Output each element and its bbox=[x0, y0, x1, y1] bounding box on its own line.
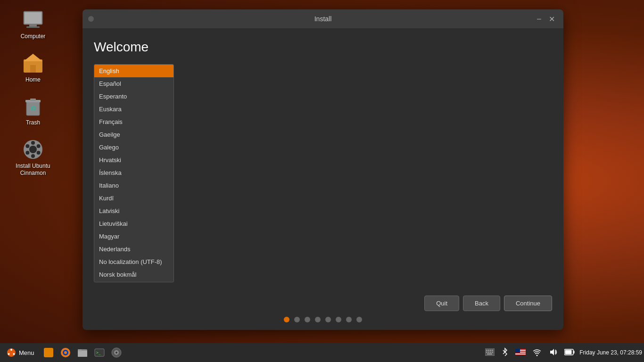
taskbar-disk-icon[interactable] bbox=[109, 345, 124, 360]
svg-rect-39 bbox=[492, 350, 493, 351]
quit-button[interactable]: Quit bbox=[424, 296, 459, 311]
us-flag-icon bbox=[515, 349, 526, 355]
files-icon bbox=[77, 347, 88, 358]
language-item-english[interactable]: English bbox=[94, 65, 173, 77]
taskbar-orange-icon[interactable] bbox=[41, 345, 56, 360]
language-item-italiano[interactable]: Italiano bbox=[94, 179, 173, 192]
home-label: Home bbox=[25, 76, 41, 84]
language-item-gaeilge[interactable]: Gaeilge bbox=[94, 128, 173, 141]
orange-square-icon bbox=[43, 347, 54, 358]
language-item-nederlands[interactable]: Nederlands bbox=[94, 243, 173, 255]
keyboard-icon bbox=[485, 348, 495, 356]
progress-dot-1 bbox=[294, 317, 300, 322]
language-flag-icon[interactable] bbox=[513, 348, 528, 358]
install-ubuntu-icon[interactable]: Install UbuntuCinnamon bbox=[7, 134, 59, 181]
svg-point-21 bbox=[13, 353, 15, 355]
svg-rect-52 bbox=[515, 354, 526, 355]
volume-icon[interactable] bbox=[546, 346, 560, 359]
window-dot bbox=[88, 16, 94, 22]
language-item-norsk_bokmal[interactable]: Norsk bokmål bbox=[94, 268, 173, 281]
computer-label: Computer bbox=[21, 33, 46, 41]
language-item-espanol[interactable]: Español bbox=[94, 77, 173, 90]
language-item-latviski[interactable]: Latviski bbox=[94, 205, 173, 217]
close-button[interactable]: ✕ bbox=[546, 14, 558, 25]
svg-rect-29 bbox=[78, 349, 82, 351]
content-area: EnglishEspañolEsperantoEuskaraFrançaisGa… bbox=[94, 64, 552, 282]
svg-rect-43 bbox=[492, 352, 493, 353]
language-item-magyar[interactable]: Magyar bbox=[94, 230, 173, 243]
progress-dot-0 bbox=[284, 317, 289, 322]
language-item-galego[interactable]: Galego bbox=[94, 141, 173, 154]
svg-rect-1 bbox=[25, 12, 41, 24]
home-icon-image bbox=[22, 52, 44, 74]
svg-rect-42 bbox=[490, 352, 491, 353]
svg-rect-53 bbox=[515, 349, 520, 353]
svg-point-54 bbox=[537, 354, 538, 356]
svg-rect-40 bbox=[486, 352, 487, 353]
disk-icon bbox=[111, 347, 122, 358]
svg-point-16 bbox=[31, 154, 35, 158]
svg-marker-5 bbox=[24, 54, 42, 61]
svg-text:♻: ♻ bbox=[30, 105, 36, 112]
progress-dot-6 bbox=[346, 317, 352, 322]
language-item-lietuviski[interactable]: Lietuviškai bbox=[94, 217, 173, 230]
language-item-islenska[interactable]: Íslenska bbox=[94, 166, 173, 179]
svg-rect-28 bbox=[78, 351, 87, 357]
taskbar-terminal-icon[interactable]: >_ bbox=[92, 345, 107, 360]
taskbar-right: Friday June 23, 07:28:59 bbox=[483, 346, 642, 359]
svg-rect-3 bbox=[26, 26, 40, 28]
language-item-francais[interactable]: Français bbox=[94, 115, 173, 128]
home-icon[interactable]: Home bbox=[7, 48, 59, 88]
taskbar: Menu >_ bbox=[0, 343, 644, 362]
language-item-euskara[interactable]: Euskara bbox=[94, 103, 173, 115]
datetime-display[interactable]: Friday June 23, 07:28:59 bbox=[579, 349, 642, 356]
window-content: Welcome EnglishEspañolEsperantoEuskaraFr… bbox=[83, 28, 563, 290]
language-item-esperanto[interactable]: Esperanto bbox=[94, 90, 173, 103]
svg-point-15 bbox=[37, 151, 41, 155]
computer-icon[interactable]: Computer bbox=[7, 5, 59, 44]
language-item-no_localization[interactable]: No localization (UTF-8) bbox=[94, 255, 173, 268]
battery-icon[interactable] bbox=[562, 348, 577, 358]
bluetooth-icon[interactable] bbox=[499, 346, 511, 359]
keyboard-layout-icon[interactable] bbox=[483, 347, 496, 358]
language-item-kurdi[interactable]: Kurdî bbox=[94, 192, 173, 205]
svg-rect-23 bbox=[44, 348, 53, 357]
svg-rect-44 bbox=[487, 354, 492, 354]
language-item-hrvatski[interactable]: Hrvatski bbox=[94, 154, 173, 166]
window-bottom: Quit Back Continue bbox=[83, 290, 563, 330]
window-controls bbox=[88, 16, 94, 22]
window-action-buttons: – ✕ bbox=[534, 14, 558, 25]
continue-button[interactable]: Continue bbox=[504, 296, 552, 311]
menu-button[interactable]: Menu bbox=[2, 346, 39, 359]
network-icon[interactable] bbox=[530, 346, 544, 359]
svg-point-18 bbox=[25, 144, 29, 148]
trash-icon[interactable]: ♻ Trash bbox=[7, 91, 59, 131]
trash-icon-image: ♻ bbox=[22, 95, 44, 117]
svg-rect-57 bbox=[574, 351, 575, 354]
progress-dot-2 bbox=[305, 317, 310, 322]
progress-dot-7 bbox=[356, 317, 362, 322]
svg-point-34 bbox=[116, 352, 117, 354]
svg-point-12 bbox=[29, 146, 37, 153]
battery-symbol-icon bbox=[564, 349, 575, 355]
taskbar-files-icon[interactable] bbox=[75, 345, 90, 360]
action-buttons: Quit Back Continue bbox=[94, 296, 552, 311]
svg-point-17 bbox=[25, 151, 29, 155]
svg-rect-41 bbox=[488, 352, 489, 353]
svg-point-20 bbox=[10, 349, 12, 351]
window-title: Install bbox=[314, 15, 332, 23]
svg-marker-55 bbox=[550, 349, 554, 355]
page-title: Welcome bbox=[94, 40, 552, 55]
svg-rect-9 bbox=[30, 99, 36, 101]
network-symbol-icon bbox=[532, 347, 542, 357]
computer-icon-image bbox=[22, 8, 44, 31]
progress-dot-5 bbox=[336, 317, 341, 322]
svg-point-22 bbox=[8, 353, 10, 355]
minimize-button[interactable]: – bbox=[534, 14, 544, 25]
progress-dot-4 bbox=[325, 317, 331, 322]
language-list[interactable]: EnglishEspañolEsperantoEuskaraFrançaisGa… bbox=[94, 64, 174, 282]
firefox-icon bbox=[60, 347, 71, 358]
svg-rect-37 bbox=[488, 350, 489, 351]
taskbar-firefox-icon[interactable] bbox=[58, 345, 73, 360]
back-button[interactable]: Back bbox=[463, 296, 500, 311]
